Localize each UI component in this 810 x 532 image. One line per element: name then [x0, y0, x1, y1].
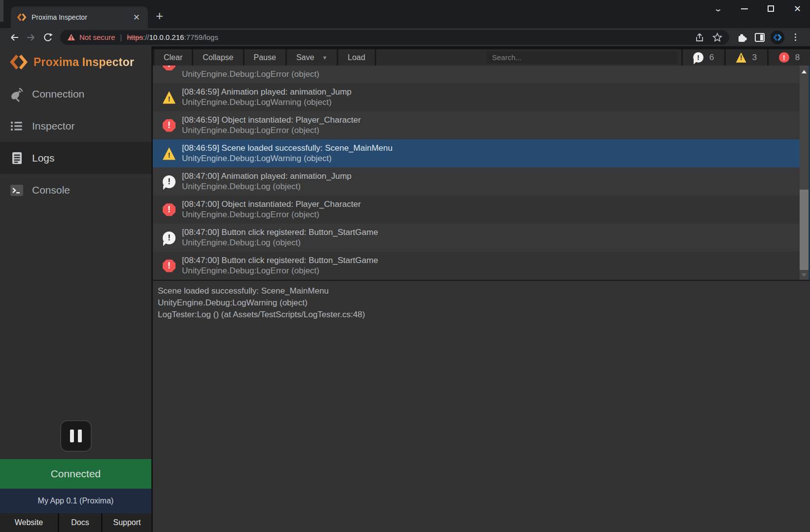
- log-level-icon: !: [163, 119, 176, 132]
- error-count: 8: [795, 53, 800, 63]
- scrollbar-thumb[interactable]: [800, 190, 809, 270]
- tab-close-icon[interactable]: ✕: [131, 12, 142, 23]
- share-icon[interactable]: [695, 33, 704, 42]
- log-list: ! UnityEngine.Debug:LogError (object) ! …: [153, 66, 800, 280]
- error-icon: !: [779, 52, 789, 63]
- satellite-dish-icon: [9, 86, 25, 102]
- info-icon: !: [693, 52, 704, 63]
- log-message: [08:46:59] Object instantiated: Player_C…: [182, 115, 361, 125]
- not-secure-warning-icon: [67, 33, 75, 41]
- browser-tab[interactable]: Proxima Inspector ✕: [11, 6, 148, 28]
- log-message: [08:46:59] Scene loaded successfully: Sc…: [182, 143, 392, 153]
- extensions-puzzle-icon[interactable]: [733, 30, 751, 45]
- log-message: [08:47:00] Button click registered: Butt…: [182, 256, 378, 266]
- detail-line: UnityEngine.Debug:LogWarning (object): [158, 297, 803, 309]
- scroll-up-arrow-icon[interactable]: [802, 70, 807, 73]
- log-message: [08:46:59] Animation played: animation_J…: [182, 87, 352, 97]
- profile-avatar[interactable]: [769, 30, 786, 45]
- log-row[interactable]: ! UnityEngine.Debug:LogError (object): [153, 66, 800, 83]
- bookmark-star-icon[interactable]: [712, 33, 722, 42]
- sidebar: Proxima Inspector Connection: [0, 46, 153, 532]
- sidebar-item-label: Inspector: [32, 120, 74, 132]
- window-edge: [0, 0, 3, 22]
- sidebar-item-label: Console: [32, 184, 70, 196]
- browser-menu-icon[interactable]: [786, 30, 804, 45]
- proxima-avatar-icon: [771, 31, 784, 44]
- logs-toolbar: Clear Collapse Pause Save ▼ Load ! 6: [153, 49, 810, 66]
- log-row[interactable]: ! [08:47:00] Button click registered: Bu…: [153, 224, 800, 252]
- sidebar-footer: Website Docs Support: [0, 513, 151, 532]
- log-level-icon: !: [163, 91, 176, 104]
- warning-icon: !: [736, 52, 746, 63]
- load-button[interactable]: Load: [338, 49, 375, 66]
- log-source: UnityEngine.Debug:LogWarning (object): [182, 154, 392, 164]
- sidebar-item-logs[interactable]: Logs: [0, 142, 151, 174]
- log-level-icon: !: [163, 66, 176, 70]
- sidebar-item-label: Connection: [32, 88, 84, 100]
- document-icon: [9, 150, 25, 166]
- log-row[interactable]: ! [08:47:00] Button click registered: Bu…: [153, 252, 800, 280]
- pause-button[interactable]: Pause: [245, 49, 285, 66]
- sidebar-item-label: Logs: [32, 152, 55, 164]
- log-source: UnityEngine.Debug:LogError (object): [182, 69, 319, 79]
- info-count-filter[interactable]: ! 6: [681, 49, 724, 66]
- log-message: [08:47:00] Animation played: animation_J…: [182, 171, 352, 181]
- log-message: [08:47:00] Object instantiated: Player_C…: [182, 200, 361, 209]
- log-row[interactable]: ! [08:46:59] Scene loaded successfully: …: [153, 139, 800, 167]
- proxima-favicon-icon: [17, 12, 27, 22]
- log-level-icon: !: [163, 260, 176, 272]
- url-text: https://10.0.0.216:7759/logs: [127, 33, 218, 41]
- window-close-button[interactable]: ✕: [794, 4, 801, 13]
- log-scrollbar[interactable]: [800, 66, 809, 280]
- log-source: UnityEngine.Debug:LogError (object): [182, 126, 361, 135]
- scroll-down-arrow-icon[interactable]: [802, 273, 807, 277]
- log-level-icon: !: [163, 232, 176, 244]
- log-level-icon: !: [163, 175, 176, 188]
- log-row[interactable]: ! [08:46:59] Object instantiated: Player…: [153, 111, 800, 139]
- app-version-bar: My App 0.1 (Proxima): [0, 489, 151, 513]
- address-bar[interactable]: Not secure | https://10.0.0.216:7759/log…: [60, 30, 729, 45]
- save-button[interactable]: Save ▼: [287, 49, 337, 66]
- footer-link-website[interactable]: Website: [0, 513, 58, 532]
- detail-line: LogTester:Log () (at Assets/TestScripts/…: [158, 309, 803, 321]
- list-icon: [9, 118, 25, 134]
- log-list-region: ! UnityEngine.Debug:LogError (object) ! …: [153, 66, 810, 280]
- footer-link-support[interactable]: Support: [101, 513, 151, 532]
- log-source: UnityEngine.Debug:Log (object): [182, 182, 352, 192]
- log-source: UnityEngine.Debug:LogWarning (object): [182, 98, 352, 107]
- detail-line: Scene loaded successfully: Scene_MainMen…: [158, 285, 803, 297]
- sidebar-item-inspector[interactable]: Inspector: [0, 110, 151, 142]
- reload-button[interactable]: [39, 30, 56, 45]
- clear-button[interactable]: Clear: [154, 49, 192, 66]
- warning-count: 3: [752, 53, 757, 63]
- info-count: 6: [709, 53, 714, 63]
- new-tab-button[interactable]: +: [156, 9, 163, 22]
- not-secure-label: Not secure: [79, 33, 115, 41]
- log-row[interactable]: ! [08:47:00] Object instantiated: Player…: [153, 196, 800, 224]
- log-message: [08:47:00] Button click registered: Butt…: [182, 228, 378, 237]
- back-button[interactable]: [6, 30, 23, 45]
- log-source: UnityEngine.Debug:LogError (object): [182, 266, 378, 276]
- sidebar-item-connection[interactable]: Connection: [0, 78, 151, 110]
- connection-status-badge: Connected: [0, 459, 151, 489]
- forward-button[interactable]: [23, 30, 39, 45]
- log-row[interactable]: ! [08:46:59] Animation played: animation…: [153, 83, 800, 111]
- terminal-icon: [9, 182, 25, 198]
- app-logo: Proxima Inspector: [0, 52, 151, 72]
- warning-count-filter[interactable]: ! 3: [724, 49, 767, 66]
- footer-link-docs[interactable]: Docs: [58, 513, 101, 532]
- search-input[interactable]: [486, 51, 677, 64]
- sidebar-nav: Connection Inspector: [0, 78, 151, 206]
- log-source: UnityEngine.Debug:LogError (object): [182, 210, 361, 220]
- collapse-button[interactable]: Collapse: [193, 49, 243, 66]
- pause-stream-button[interactable]: [60, 420, 92, 452]
- browser-window: Proxima Inspector ✕ + ⌄ ✕: [0, 0, 810, 532]
- tab-search-chevron-icon[interactable]: ⌄: [713, 4, 723, 13]
- error-count-filter[interactable]: ! 8: [767, 49, 810, 66]
- window-minimize-button[interactable]: [741, 8, 748, 9]
- sidebar-item-console[interactable]: Console: [0, 174, 151, 206]
- log-row[interactable]: ! [08:47:00] Animation played: animation…: [153, 167, 800, 196]
- save-dropdown-caret-icon[interactable]: ▼: [322, 55, 327, 61]
- window-maximize-button[interactable]: [768, 5, 774, 12]
- side-panel-icon[interactable]: [751, 30, 769, 45]
